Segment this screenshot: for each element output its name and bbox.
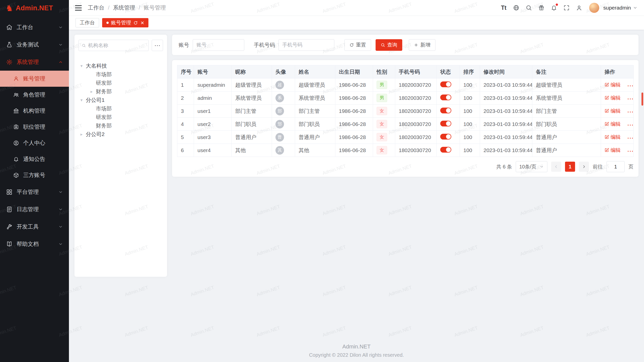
cell-status (437, 131, 460, 144)
locale-icon[interactable] (511, 2, 522, 13)
more-actions-button[interactable]: ⋯ (627, 95, 634, 103)
goto-page-input[interactable] (607, 161, 625, 172)
cell-account: user4 (194, 144, 232, 157)
fullscreen-icon[interactable] (561, 2, 572, 13)
scrollbar-thumb[interactable] (641, 93, 643, 106)
sidebar-item-workbench[interactable]: 工作台 (0, 19, 69, 36)
username[interactable]: superadmin (603, 5, 631, 11)
tab-accounts[interactable]: 账号管理 × (102, 18, 148, 27)
tree-node[interactable]: 研发部 (78, 113, 163, 121)
sidebar-item-label: 角色管理 (23, 91, 45, 99)
sidebar-item-notices[interactable]: 通知公告 (0, 151, 69, 167)
tree-node[interactable]: 市场部 (78, 70, 163, 79)
sidebar-item-accounts[interactable]: 账号管理 (0, 71, 69, 87)
search-icon[interactable] (523, 2, 534, 13)
caret-down-icon[interactable]: ▾ (79, 98, 84, 103)
sidebar-item-dev-tools[interactable]: 开发工具 (0, 218, 69, 235)
status-toggle[interactable] (440, 134, 451, 140)
reset-button[interactable]: 重置 (344, 39, 371, 51)
font-size-icon[interactable]: Tt (498, 2, 509, 13)
notification-bell-icon[interactable] (548, 2, 559, 13)
cell-modified: 2023-01-03 10:59:44 (480, 131, 532, 144)
more-actions-button[interactable]: ⋯ (627, 134, 634, 142)
sidebar-item-positions[interactable]: 职位管理 (0, 119, 69, 135)
tree-node[interactable]: ▸财务部 (78, 87, 163, 96)
org-tree: ▾大名科技 市场部 研发部 ▸财务部 ▾分公司1 市场部 研发部 财务部 ▸分公… (78, 62, 163, 139)
edit-button[interactable]: 编辑 (605, 134, 621, 141)
sidebar-item-orgs[interactable]: 机构管理 (0, 103, 69, 119)
caret-right-icon[interactable]: ▸ (79, 132, 84, 137)
phone-filter-input[interactable] (278, 39, 334, 51)
org-search-input[interactable] (88, 42, 145, 48)
cell-account: user3 (194, 131, 232, 144)
status-toggle[interactable] (440, 147, 451, 153)
edit-button[interactable]: 编辑 (605, 121, 621, 127)
chevron-down-icon[interactable] (633, 6, 637, 10)
cell-modified: 2023-01-03 10:59:44 (480, 92, 532, 105)
status-toggle[interactable] (440, 95, 451, 100)
refresh-icon[interactable] (133, 21, 138, 25)
toggle-knob (446, 108, 451, 113)
tree-node[interactable]: 研发部 (78, 79, 163, 87)
current-page[interactable]: 1 (565, 162, 575, 172)
status-toggle[interactable] (440, 108, 451, 113)
chevron-up-icon (58, 60, 63, 64)
page-size-select[interactable]: 10条/页 (516, 161, 547, 172)
edit-button[interactable]: 编辑 (605, 95, 621, 101)
sidebar-item-business-test[interactable]: 业务测试 (0, 36, 69, 53)
tree-node[interactable]: ▸分公司2 (78, 130, 163, 139)
edit-button[interactable]: 编辑 (605, 108, 621, 114)
prev-page-button[interactable] (551, 162, 561, 172)
more-actions-button[interactable]: ⋯ (627, 121, 634, 129)
sidebar-item-profile[interactable]: 个人中心 (0, 135, 69, 151)
cell-gender: 女 (373, 118, 395, 131)
phone-filter-label: 手机号码 (254, 41, 275, 49)
more-actions-button[interactable]: ⋯ (627, 82, 634, 89)
grid-icon (6, 189, 13, 195)
edit-button[interactable]: 编辑 (605, 147, 621, 154)
close-icon[interactable]: × (141, 20, 144, 26)
add-button[interactable]: 新增 (409, 39, 435, 51)
tab-workbench[interactable]: 工作台 (75, 18, 99, 27)
status-toggle[interactable] (440, 81, 451, 87)
tree-node[interactable]: 财务部 (78, 121, 163, 130)
cell-nickname: 其他 (232, 144, 272, 157)
search-button[interactable]: 查询 (376, 39, 402, 51)
more-actions-button[interactable]: ⋯ (627, 108, 634, 116)
edit-button[interactable]: 编辑 (605, 81, 621, 88)
more-actions-button[interactable]: ⋯ (627, 147, 634, 155)
cell-order: 100 (460, 144, 480, 157)
cell-index: 2 (177, 92, 194, 105)
cell-avatar: 部 (272, 105, 295, 118)
collapse-menu-icon[interactable] (75, 5, 82, 11)
sidebar-item-system[interactable]: 系统管理 (0, 53, 69, 71)
sidebar-item-label: 日志管理 (17, 206, 39, 213)
cell-avatar: 其 (272, 144, 295, 157)
cell-index: 4 (177, 118, 194, 131)
account-filter-input[interactable] (193, 39, 244, 51)
breadcrumb-item[interactable]: 系统管理 (113, 4, 135, 12)
footer-copyright: Copyright © 2022 Dilon All rights reserv… (69, 352, 644, 358)
theme-icon[interactable] (536, 2, 547, 13)
caret-down-icon[interactable]: ▾ (79, 63, 84, 69)
page-footer: Admin.NET Copyright © 2022 Dilon All rig… (69, 343, 644, 358)
sidebar-item-label: 系统管理 (17, 58, 39, 66)
sidebar-item-third-party[interactable]: 三方账号 (0, 167, 69, 183)
account-icon[interactable] (574, 2, 585, 13)
breadcrumb-item[interactable]: 工作台 (88, 4, 104, 12)
logo[interactable]: ♞ Admin.NET (0, 0, 69, 16)
sidebar-item-platform[interactable]: 平台管理 (0, 183, 69, 201)
sidebar-item-logs[interactable]: 日志管理 (0, 201, 69, 218)
user-icon (13, 76, 19, 82)
sidebar-item-help-docs[interactable]: 帮助文档 (0, 235, 69, 253)
sidebar-item-roles[interactable]: 角色管理 (0, 87, 69, 103)
tree-node[interactable]: ▾分公司1 (78, 96, 163, 104)
status-toggle[interactable] (440, 121, 451, 126)
tree-node[interactable]: 市场部 (78, 104, 163, 113)
user-avatar[interactable] (589, 3, 599, 13)
tree-more-button[interactable]: ⋯ (152, 40, 163, 51)
tree-node[interactable]: ▾大名科技 (78, 62, 163, 70)
caret-right-icon[interactable]: ▸ (89, 89, 94, 94)
cell-modified: 2023-01-03 10:59:44 (480, 118, 532, 131)
next-page-button[interactable] (579, 162, 589, 172)
